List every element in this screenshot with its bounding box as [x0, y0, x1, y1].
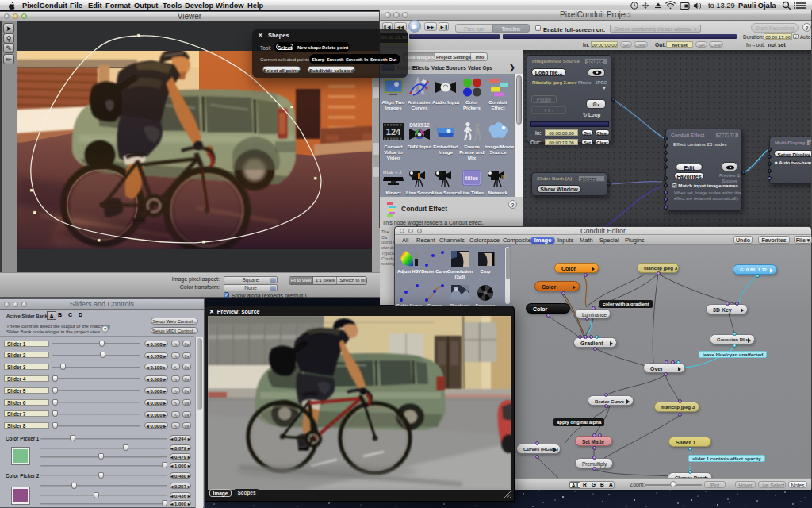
svg-text:124: 124: [385, 127, 400, 137]
svg-text:DMX512: DMX512: [409, 122, 430, 128]
svg-text:titles: titles: [465, 175, 477, 181]
svg-text:RGB + Z: RGB + Z: [383, 170, 402, 175]
svg-text:IP: IP: [501, 175, 506, 179]
